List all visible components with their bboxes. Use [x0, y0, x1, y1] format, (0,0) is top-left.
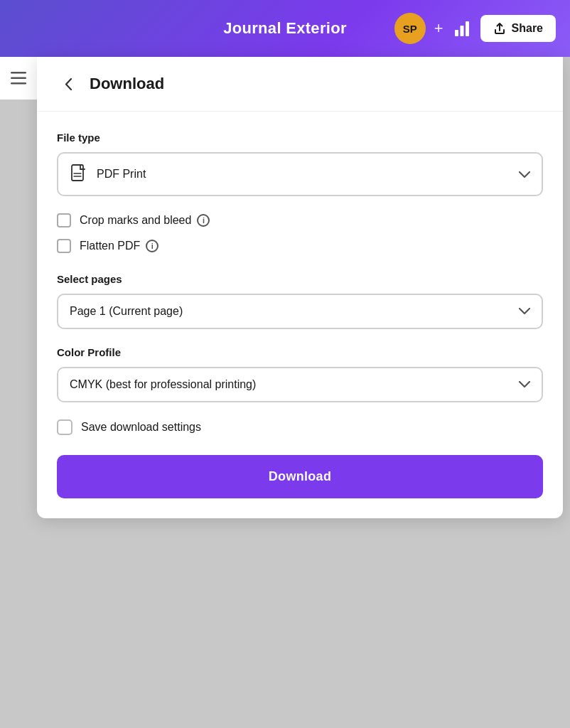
select-pages-dropdown[interactable]: Page 1 (Current page) [57, 294, 543, 329]
svg-rect-0 [455, 30, 458, 36]
header: Journal Exterior SP + Share [0, 0, 570, 57]
analytics-button[interactable] [452, 18, 472, 38]
svg-rect-4 [11, 77, 26, 80]
panel-header: Download [37, 57, 563, 112]
file-type-value: PDF Print [97, 168, 146, 181]
share-button[interactable]: Share [480, 15, 556, 42]
pdf-icon [70, 164, 88, 185]
crop-marks-label: Crop marks and bleed i [80, 214, 210, 227]
file-type-chevron [519, 167, 530, 182]
select-pages-label: Select pages [57, 273, 543, 285]
panel-title: Download [90, 75, 164, 93]
download-panel: Download File type PDF Print [37, 57, 563, 518]
svg-rect-3 [11, 72, 26, 74]
options-group: Crop marks and bleed i Flatten PDF i [57, 213, 543, 253]
color-profile-chevron [519, 378, 530, 391]
file-type-label: File type [57, 132, 543, 144]
flatten-pdf-label: Flatten PDF i [80, 240, 158, 252]
color-profile-label: Color Profile [57, 346, 543, 358]
svg-rect-5 [11, 82, 26, 85]
color-profile-value: CMYK (best for professional printing) [70, 378, 256, 391]
pages-chevron [519, 305, 530, 318]
flatten-pdf-row[interactable]: Flatten PDF i [57, 239, 543, 253]
save-settings-label: Save download settings [81, 421, 201, 434]
back-icon [65, 78, 72, 90]
back-button[interactable] [57, 73, 80, 95]
crop-marks-info-icon[interactable]: i [197, 214, 210, 227]
select-pages-value: Page 1 (Current page) [70, 305, 183, 318]
save-settings-row[interactable]: Save download settings [57, 419, 543, 435]
sidebar-toggle[interactable] [0, 57, 37, 100]
svg-rect-1 [460, 26, 463, 36]
share-label: Share [512, 22, 543, 35]
avatar[interactable]: SP [394, 13, 426, 44]
panel-body: File type PDF Print [37, 112, 563, 435]
analytics-icon [452, 18, 472, 38]
flatten-pdf-info-icon[interactable]: i [146, 240, 158, 252]
project-title: Journal Exterior [223, 19, 347, 38]
share-icon [493, 22, 506, 35]
crop-marks-checkbox[interactable] [57, 213, 71, 228]
flatten-pdf-checkbox[interactable] [57, 239, 71, 253]
file-type-dropdown[interactable]: PDF Print [57, 152, 543, 196]
download-button[interactable]: Download [57, 455, 543, 498]
add-collaborator-button[interactable]: + [434, 19, 443, 38]
svg-rect-2 [466, 21, 469, 36]
svg-rect-6 [72, 165, 83, 181]
header-actions: SP + Share [394, 13, 556, 44]
menu-icon [11, 72, 26, 85]
color-profile-dropdown[interactable]: CMYK (best for professional printing) [57, 367, 543, 402]
crop-marks-row[interactable]: Crop marks and bleed i [57, 213, 543, 228]
save-settings-checkbox[interactable] [57, 419, 72, 435]
